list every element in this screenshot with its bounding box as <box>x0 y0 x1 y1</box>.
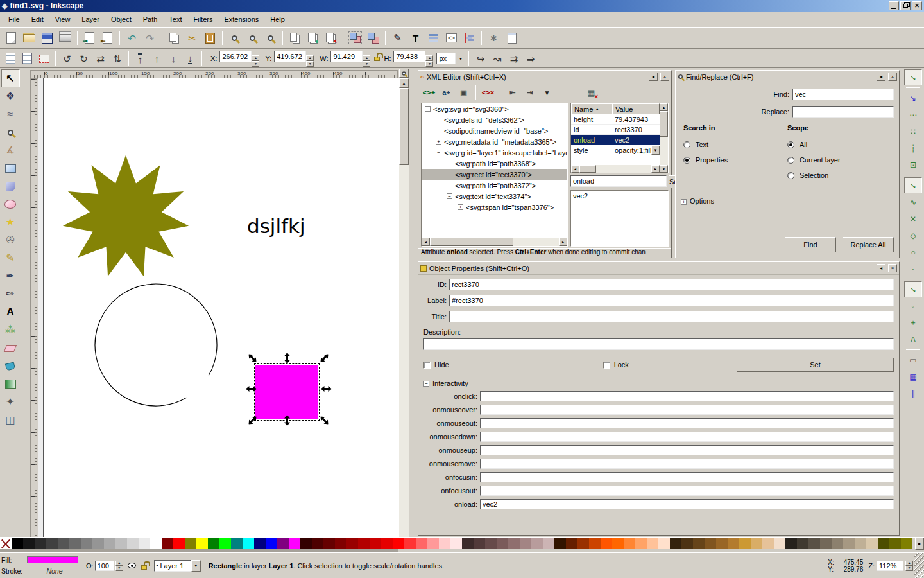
zoom-spin-down[interactable]: ▼ <box>905 566 913 571</box>
xml-editor-dialog-icon[interactable] <box>443 30 460 46</box>
onmouseout-input[interactable] <box>480 418 894 428</box>
save-document-icon[interactable] <box>38 30 56 46</box>
onfocusout-input[interactable] <box>480 486 894 496</box>
lock-ratio-icon[interactable] <box>374 57 380 61</box>
zoom-selection-icon[interactable] <box>226 30 243 46</box>
snap-path-icon[interactable]: ∿ <box>904 194 922 210</box>
palette-swatch[interactable] <box>566 538 578 550</box>
snap-page-border-icon[interactable]: ▭ <box>904 352 922 368</box>
selection-handle-arrow-icon[interactable] <box>246 386 257 392</box>
attr-name-header[interactable]: Name▲ <box>571 103 612 114</box>
palette-swatch[interactable] <box>716 538 728 550</box>
new-element-node-icon[interactable]: <>+ <box>421 85 437 100</box>
palette-scrollbar[interactable] <box>0 549 924 552</box>
scale-stroke-toggle-icon[interactable]: ↪ <box>472 51 488 66</box>
restore-button[interactable] <box>900 1 911 10</box>
new-text-node-icon[interactable]: a+ <box>438 85 454 100</box>
palette-swatch[interactable] <box>762 538 774 550</box>
snap-rotation-center-icon[interactable]: ＋ <box>904 315 922 331</box>
attr-scroll-down-icon[interactable]: ▼ <box>660 165 668 173</box>
node-more-icon[interactable]: ▾ <box>539 85 555 100</box>
palette-swatch[interactable] <box>658 538 670 550</box>
search-properties-radio[interactable] <box>683 157 690 164</box>
palette-swatch[interactable] <box>150 538 162 550</box>
x-spin-up[interactable]: ▲ <box>252 55 259 61</box>
redo-icon[interactable]: ↷ <box>141 30 158 46</box>
attribute-row[interactable]: height79.437943 <box>571 114 660 125</box>
zoom-corner-button[interactable] <box>399 69 409 78</box>
scale-corners-toggle-icon[interactable]: ↝ <box>489 51 505 66</box>
label-input[interactable] <box>449 295 894 306</box>
xml-tree-hscrollbar[interactable]: ◄ ► <box>422 238 567 246</box>
lower-icon[interactable]: ↓ <box>166 51 182 66</box>
palette-swatch[interactable] <box>69 538 81 550</box>
palette-scroll-thumb[interactable] <box>0 549 398 552</box>
palette-swatch[interactable] <box>358 538 370 550</box>
attribute-name-input[interactable] <box>570 175 667 187</box>
palette-swatch[interactable] <box>92 538 104 550</box>
xml-tree-node[interactable]: +<svg:tspan id="tspan3376"> <box>422 202 567 213</box>
tree-toggle-icon[interactable]: + <box>458 204 463 210</box>
spiral-tool-icon[interactable]: ✇ <box>1 231 20 249</box>
palette-swatch[interactable] <box>543 538 554 550</box>
palette-swatch[interactable] <box>450 538 462 550</box>
palette-swatch[interactable] <box>289 538 300 550</box>
palette-swatch[interactable] <box>46 538 58 550</box>
palette-swatch[interactable] <box>878 538 889 550</box>
print-icon[interactable] <box>56 30 74 46</box>
description-input[interactable] <box>424 338 894 350</box>
layer-selector[interactable]: ▪Layer 1 ▼ <box>154 560 201 572</box>
palette-swatch[interactable] <box>820 538 832 550</box>
palette-swatch[interactable] <box>23 538 35 550</box>
fill-stroke-indicator[interactable]: Fill: Stroke: None <box>0 553 83 578</box>
paste-icon[interactable] <box>201 30 219 46</box>
palette-swatch[interactable] <box>705 538 716 550</box>
palette-swatch[interactable] <box>531 538 543 550</box>
text-tool-icon[interactable]: A <box>1 303 20 321</box>
xml-close-button[interactable]: × <box>660 73 669 81</box>
palette-swatch[interactable] <box>266 538 277 550</box>
palette-swatch[interactable] <box>832 538 843 550</box>
menu-path[interactable]: Path <box>137 13 164 25</box>
node-tool-icon[interactable]: ❖ <box>1 87 20 105</box>
palette-swatch[interactable] <box>58 538 69 550</box>
spray-tool-icon[interactable]: ⁂ <box>1 321 20 339</box>
duplicate-node-icon[interactable]: ▣ <box>456 85 472 100</box>
palette-swatch[interactable] <box>728 538 739 550</box>
canvas-area[interactable]: 050100150200250300350400450 dsjlfkj ▲ <box>21 68 416 537</box>
menu-help[interactable]: Help <box>264 13 291 25</box>
attr-hscrollbar[interactable]: ◄ ► <box>571 165 660 173</box>
fill-stroke-dialog-icon[interactable] <box>389 30 406 46</box>
palette-swatch[interactable] <box>681 538 693 550</box>
selection-handle-arrow-icon[interactable] <box>246 352 258 363</box>
onclick-input[interactable] <box>480 391 894 401</box>
snap-bbox-corner-icon[interactable]: ∷ <box>904 123 922 139</box>
palette-swatch[interactable] <box>393 538 404 550</box>
y-spin-down[interactable]: ▼ <box>306 61 314 67</box>
palette-none-swatch[interactable] <box>0 538 12 550</box>
palette-swatch[interactable] <box>739 538 751 550</box>
palette-swatch[interactable] <box>323 538 335 550</box>
palette-swatch[interactable] <box>243 538 254 550</box>
attr-value-header[interactable]: Value <box>612 103 660 114</box>
layer-lock-icon[interactable] <box>141 565 147 570</box>
selector-tool-icon[interactable]: ↖ <box>1 69 20 87</box>
xml-dock-button[interactable]: ◄ <box>649 73 658 81</box>
snap-path-intersection-icon[interactable]: ✕ <box>904 211 922 227</box>
menu-extensions[interactable]: Extensions <box>218 13 264 25</box>
ellipse-tool-icon[interactable] <box>1 195 20 213</box>
snap-bbox-icon[interactable]: ↘ <box>904 90 922 106</box>
tree-toggle-icon[interactable]: − <box>436 150 441 155</box>
duplicate-icon[interactable] <box>286 30 304 46</box>
document-properties-icon[interactable] <box>503 30 520 46</box>
vertical-scroll-thumb[interactable] <box>399 88 409 165</box>
palette-swatch[interactable] <box>208 538 219 550</box>
opacity-spin-up[interactable]: ▲ <box>116 561 123 566</box>
selection-handle-arrow-icon[interactable] <box>284 353 290 363</box>
scroll-up-icon[interactable]: ▲ <box>399 78 409 88</box>
selection-handle-arrow-icon[interactable] <box>321 386 332 392</box>
zoom-input[interactable] <box>877 561 903 571</box>
copy-icon[interactable] <box>166 30 183 46</box>
h-spin-down[interactable]: ▼ <box>425 61 433 67</box>
palette-swatch[interactable] <box>312 538 323 550</box>
